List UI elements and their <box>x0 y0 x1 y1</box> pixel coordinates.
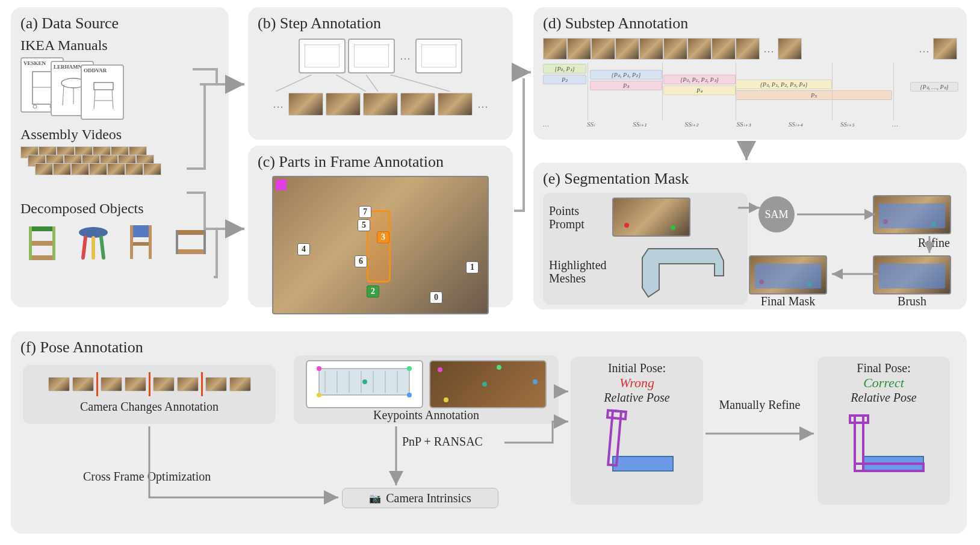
cam-thumb <box>48 377 70 391</box>
sheet-3: ODDVAR <box>81 64 124 120</box>
bar-p4: P₄ <box>663 86 736 95</box>
input-nested-panel: Points Prompt Highlighted Meshes <box>543 193 748 305</box>
camera-thumbs <box>29 372 270 396</box>
svg-line-26 <box>276 75 312 92</box>
svg-rect-22 <box>176 230 206 235</box>
video-thumb <box>363 93 398 116</box>
video-thumb <box>288 93 323 116</box>
svg-line-28 <box>366 75 378 92</box>
svg-rect-16 <box>52 226 55 260</box>
label-brush: Brush <box>873 294 951 308</box>
final-mask-thumb <box>749 255 827 294</box>
camera-cut-marker <box>96 372 98 396</box>
svg-rect-15 <box>29 226 32 260</box>
panel-substep-annotation: (d) Substep Annotation … … {P₀, P₁} P₂ {… <box>533 7 967 140</box>
svg-point-2 <box>33 105 37 108</box>
svg-line-29 <box>390 75 450 92</box>
camera-icon: 📷 <box>369 493 381 504</box>
final-mask-group: Final Mask <box>749 255 827 308</box>
svg-rect-47 <box>850 416 868 423</box>
svg-rect-18 <box>130 225 152 237</box>
keypoints-mesh <box>306 360 423 408</box>
substep-labels: … SSᵢ SSᵢ₊₁ SSᵢ₊₂ SSᵢ₊₃ SSᵢ₊₄ SSᵢ₊₅ … <box>543 120 898 128</box>
substep-thumb <box>639 38 663 60</box>
part-label-0: 0 <box>430 291 442 304</box>
cam-thumb <box>229 377 251 391</box>
label-points-prompt: Points Prompt <box>549 204 606 231</box>
video-thumb <box>438 93 473 116</box>
final-pose-panel: Final Pose: Correct Relative Pose <box>817 357 950 505</box>
camera-changes-panel: Camera Changes Annotation <box>23 365 276 424</box>
points-prompt-image <box>612 198 690 237</box>
substep-thumb <box>663 38 687 60</box>
brush-thumb <box>873 255 951 294</box>
objects-row <box>20 220 219 266</box>
obj-shelf2 <box>171 222 213 264</box>
obj-chair <box>122 222 164 264</box>
substep-thumb <box>736 38 760 60</box>
svg-rect-21 <box>149 225 152 259</box>
label-correct: Correct <box>823 375 944 391</box>
svg-rect-12 <box>29 226 55 231</box>
camera-cut-marker <box>201 372 203 396</box>
part-label-1: 1 <box>466 261 479 273</box>
svg-line-27 <box>336 75 366 92</box>
panel-segmentation: (e) Segmentation Mask Points Prompt High… <box>533 163 967 310</box>
part-label-2: 2 <box>367 285 379 297</box>
part-label-7: 7 <box>359 206 371 218</box>
label-final-mask: Final Mask <box>749 294 827 308</box>
ikea-sheets: VESKEN LERHAMN ODDVAR <box>20 57 219 126</box>
manual-page <box>415 39 462 73</box>
substep-timeline: … … <box>543 37 957 60</box>
panel-pose-annotation: (f) Pose Annotation Camera Changes Annot… <box>11 331 967 534</box>
seg-output <box>873 195 951 234</box>
part-label-5: 5 <box>358 219 370 231</box>
title-a: (a) Data Source <box>20 14 219 33</box>
bar-p2: P₂ <box>543 75 586 84</box>
cam-thumb <box>153 377 175 391</box>
pose-shape-correct <box>842 405 926 471</box>
label-rel-pose-1: Relative Pose <box>577 391 697 405</box>
title-e: (e) Segmentation Mask <box>543 170 957 188</box>
annotated-frame: 4 5 6 7 3 2 1 0 <box>272 176 489 314</box>
svg-rect-25 <box>203 230 206 254</box>
mesh-shape <box>636 243 727 300</box>
brush-group: Brush <box>873 255 951 308</box>
label-highlighted-meshes: Highlighted Meshes <box>549 258 630 285</box>
camera-intrinsics-box: 📷 Camera Intrinsics <box>342 488 498 508</box>
subtitle-objects: Decomposed Objects <box>20 201 219 217</box>
label-refine: Refine <box>918 236 950 250</box>
seg-mask-thumb <box>873 195 951 234</box>
panel-parts-in-frame: (c) Parts in Frame Annotation 4 5 6 7 3 … <box>248 146 513 307</box>
mapping-lines <box>258 75 503 92</box>
keypoints-panel: Keypoints Annotation <box>294 355 559 424</box>
substep-thumb <box>543 38 567 60</box>
title-b: (b) Step Annotation <box>258 14 503 33</box>
label-final-pose: Final Pose: <box>823 361 944 375</box>
keypoints-frame <box>429 360 547 408</box>
label-keypoints: Keypoints Annotation <box>300 408 553 422</box>
highlighted-part <box>367 210 391 282</box>
cam-thumb <box>101 377 122 391</box>
cam-thumb <box>177 377 199 391</box>
part-label-4: 4 <box>297 243 310 255</box>
substep-thumb <box>687 38 712 60</box>
video-thumb <box>326 93 361 116</box>
label-pnp: PnP + RANSAC <box>402 435 483 449</box>
substep-thumb <box>591 38 615 60</box>
ellipsis: … <box>400 50 411 63</box>
substep-thumb <box>933 38 957 60</box>
panel-data-source: (a) Data Source IKEA Manuals VESKEN LERH… <box>11 7 229 307</box>
svg-line-9 <box>94 90 95 109</box>
substep-thumb <box>567 38 591 60</box>
label-camera-intrinsics: Camera Intrinsics <box>386 491 471 505</box>
bar-p3: P₃ <box>590 81 662 90</box>
cam-thumb <box>205 377 227 391</box>
cam-thumb <box>72 377 94 391</box>
label-wrong: Wrong <box>577 375 697 391</box>
video-stack <box>20 146 153 182</box>
obj-shelf <box>23 222 65 264</box>
svg-line-10 <box>112 90 113 109</box>
svg-line-5 <box>63 85 64 105</box>
subtitle-videos: Assembly Videos <box>20 126 219 143</box>
